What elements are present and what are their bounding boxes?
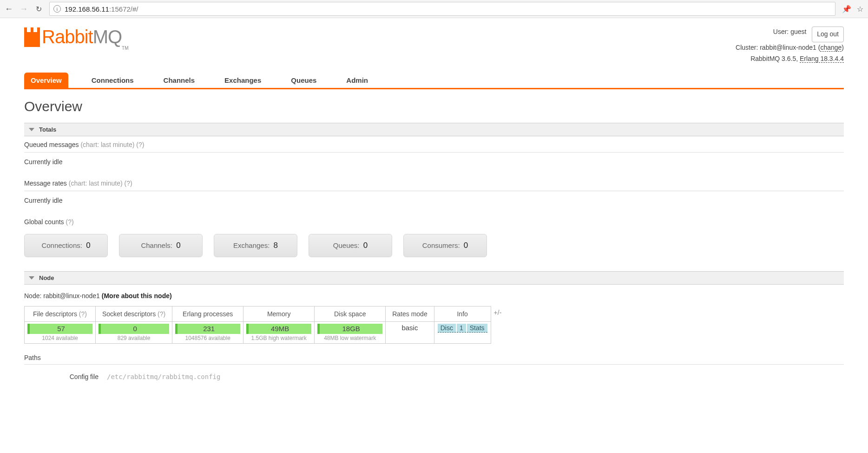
site-info-icon[interactable]: i <box>53 5 61 13</box>
url-bar[interactable]: i 192.168.56.11:15672/#/ <box>49 2 835 16</box>
cluster-label: Cluster: <box>736 44 760 51</box>
reload-button[interactable]: ↻ <box>34 5 43 13</box>
sd-bar: 0 <box>99 324 169 334</box>
section-node-header[interactable]: Node <box>24 271 844 285</box>
config-file-row: Config file /etc/rabbitmq/rabbitmq.confi… <box>24 365 844 380</box>
node-stats-table: File descriptors (?) Socket descriptors … <box>24 306 491 344</box>
user-name: guest <box>790 28 806 35</box>
change-cluster-link[interactable]: change <box>820 44 842 52</box>
section-totals-label: Totals <box>39 126 56 133</box>
help-icon[interactable]: (?) <box>125 180 132 187</box>
col-file-descriptors: File descriptors (?) <box>25 306 96 322</box>
page-header: RabbitMQ TM User: guest Log out Cluster:… <box>24 27 844 64</box>
logo-mark-icon <box>24 27 40 47</box>
node-name-line: Node: rabbit@linux-node1 (More about thi… <box>24 285 844 305</box>
browser-toolbar: ← → ↻ i 192.168.56.11:15672/#/ 📌 ☆ <box>0 0 868 18</box>
col-socket-descriptors: Socket descriptors (?) <box>96 306 172 322</box>
forward-button[interactable]: → <box>20 5 28 13</box>
help-icon[interactable]: (?) <box>136 141 144 148</box>
tab-overview[interactable]: Overview <box>24 73 68 88</box>
rabbitmq-logo[interactable]: RabbitMQ TM <box>24 27 129 47</box>
url-host: 192.168.56.11 <box>65 5 109 13</box>
config-file-path: /etc/rabbitmq/rabbitmq.config <box>107 373 220 380</box>
section-node-label: Node <box>39 274 54 281</box>
col-disk-space: Disk space <box>315 306 386 322</box>
version-prefix: RabbitMQ <box>750 55 782 62</box>
erlang-version-link[interactable]: Erlang 18.3.4.4 <box>800 55 844 63</box>
logout-button[interactable]: Log out <box>812 27 844 42</box>
help-icon[interactable]: (?) <box>79 310 87 318</box>
info-1-badge[interactable]: 1 <box>457 324 466 333</box>
ep-bar: 231 <box>175 324 240 334</box>
help-icon[interactable]: (?) <box>66 218 74 226</box>
info-disc-badge[interactable]: Disc <box>438 324 456 333</box>
queued-messages-idle: Currently idle <box>24 153 844 175</box>
message-rates-idle: Currently idle <box>24 191 844 213</box>
global-counts-heading: Global counts (?) <box>24 213 844 229</box>
back-button[interactable]: ← <box>5 5 13 13</box>
mem-bar: 49MB <box>246 324 311 334</box>
col-memory: Memory <box>243 306 315 322</box>
count-queues[interactable]: Queues: 0 <box>309 234 392 257</box>
message-rates-heading: Message rates (chart: last minute) (?) <box>24 175 844 191</box>
cluster-name: rabbit@linux-node1 <box>760 44 816 51</box>
col-info: Info <box>434 306 491 322</box>
main-tabs: Overview Connections Channels Exchanges … <box>24 73 844 89</box>
help-icon[interactable]: (?) <box>158 310 165 318</box>
count-exchanges[interactable]: Exchanges: 8 <box>214 234 297 257</box>
count-connections[interactable]: Connections: 0 <box>24 234 108 257</box>
rabbitmq-version: 3.6.5 <box>782 55 796 62</box>
collapse-icon <box>29 276 34 280</box>
queued-messages-heading: Queued messages (chart: last minute) (?) <box>24 136 844 153</box>
info-stats-badge[interactable]: Stats <box>467 324 487 333</box>
page-title: Overview <box>24 99 844 114</box>
count-channels[interactable]: Channels: 0 <box>119 234 203 257</box>
tab-channels[interactable]: Channels <box>157 73 202 88</box>
rates-mode-value: basic <box>386 322 434 344</box>
fd-bar: 57 <box>27 324 92 334</box>
config-file-label: Config file <box>24 373 107 380</box>
node-stats-row: 571024 available 0829 available 23110485… <box>25 322 491 344</box>
paths-heading: Paths <box>24 344 844 365</box>
count-consumers[interactable]: Consumers: 0 <box>403 234 487 257</box>
columns-toggle[interactable]: +/- <box>491 305 502 316</box>
col-erlang-processes: Erlang processes <box>172 306 243 322</box>
tab-connections[interactable]: Connections <box>85 73 140 88</box>
logo-tm: TM <box>122 46 128 51</box>
user-label: User: <box>773 28 790 35</box>
tab-exchanges[interactable]: Exchanges <box>218 73 268 88</box>
logo-text-mq: MQ <box>93 27 122 47</box>
bookmark-star-icon[interactable]: ☆ <box>857 5 863 13</box>
col-rates-mode: Rates mode <box>386 306 434 322</box>
tab-queues[interactable]: Queues <box>284 73 323 88</box>
logo-text-rabbit: Rabbit <box>42 27 93 47</box>
more-about-node-link[interactable]: (More about this node) <box>102 292 172 300</box>
collapse-icon <box>29 128 34 131</box>
disk-bar: 18GB <box>317 324 382 334</box>
tab-admin[interactable]: Admin <box>340 73 375 88</box>
url-path: :15672/#/ <box>109 5 138 13</box>
pin-icon[interactable]: 📌 <box>842 5 851 13</box>
section-totals-header[interactable]: Totals <box>24 123 844 136</box>
